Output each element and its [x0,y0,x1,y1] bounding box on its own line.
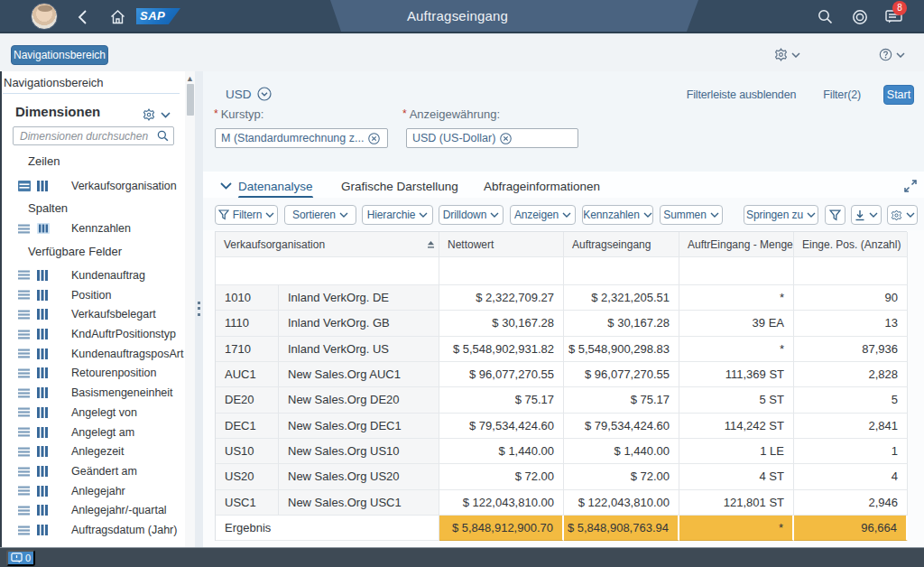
cell-code[interactable]: US10 [216,439,279,464]
splitter-grip-icon[interactable] [198,302,200,316]
start-button[interactable]: Start [883,85,914,105]
columns-icon[interactable] [37,329,48,339]
cell-nettowert[interactable]: $ 79,534,424.60 [439,414,564,439]
chevron-down-icon[interactable] [161,112,171,118]
dimension-item[interactable]: Kundenauftrag [0,265,185,285]
tab-grafische-darstellung[interactable]: Grafische Darstellung [341,175,458,197]
search-icon[interactable] [815,0,835,33]
dimension-item[interactable]: KundenauftragsposArt [0,344,185,364]
cell-auftragseingang[interactable]: $ 75.17 [564,387,679,413]
cell-anzahl[interactable]: 87,936 [794,337,908,362]
column-header-verkaufsorganisation[interactable]: Verkaufsorganisation [216,232,439,257]
cell-name[interactable]: Inland VerkOrg. DE [279,285,439,311]
drilldown-menu-button[interactable]: Drilldown [439,205,504,225]
cell-anzahl[interactable]: 13 [794,311,908,336]
column-header-anzahl[interactable]: Einge. Pos. (Anzahl) [794,232,908,257]
column-header-auftragseingang[interactable]: Auftragseingang [564,232,679,257]
settings-menu[interactable] [774,48,800,61]
table-row[interactable]: 1010 Inland VerkOrg. DE $ 2,322,709.27 $… [216,285,908,311]
cell-name[interactable]: Inland VerkOrg. US [279,337,439,362]
column-header-menge[interactable]: AuftrEingang - Menge [679,232,794,257]
columns-icon[interactable] [37,290,48,301]
tab-datenanalyse[interactable]: Datenanalyse [220,175,313,197]
cell-name[interactable]: New Sales.Org AUC1 [279,362,439,387]
anzeigewaehrung-input[interactable]: USD (US-Dollar) [406,128,578,148]
cell-menge[interactable]: 5 ST [679,387,794,413]
cell-menge[interactable]: 114,242 ST [679,414,794,439]
display-menu-button[interactable]: Anzeigen [510,205,576,225]
clear-token-icon[interactable] [368,133,380,144]
cell-auftragseingang[interactable]: $ 122,043,810.00 [564,490,679,516]
cell-code[interactable]: 1110 [216,311,279,336]
dimension-item[interactable]: Angelegt von [0,403,185,423]
cell-name[interactable]: New Sales.Org DE20 [279,387,439,413]
columns-icon[interactable] [37,270,48,281]
sort-menu-button[interactable]: Sortieren [284,205,356,225]
cell-nettowert[interactable]: $ 2,322,709.27 [439,285,564,311]
cell-auftragseingang[interactable]: $ 2,321,205.51 [564,285,679,311]
rows-icon[interactable] [18,270,30,280]
cell-menge[interactable]: 111,369 ST [679,362,794,387]
columns-icon[interactable] [37,505,48,516]
filter-menu-button[interactable]: Filtern [215,205,278,225]
cell-code[interactable]: AUC1 [216,362,279,387]
table-row[interactable]: 1110 Inland VerkOrg. GB $ 30,167.28 $ 30… [216,311,908,336]
cell-name[interactable]: Inland VerkOrg. GB [279,311,439,336]
cell-name[interactable]: New Sales.Org US20 [279,464,439,489]
dimension-item[interactable]: Verkaufsbelegart [0,304,185,324]
chevron-down-icon[interactable] [220,182,232,190]
totals-menu-button[interactable]: Summen [660,205,723,225]
help-menu[interactable] [879,48,905,61]
dimension-settings-icon[interactable] [143,108,155,121]
panel-splitter[interactable] [195,71,203,547]
dimension-item[interactable]: Angelegt am [0,423,185,442]
dimension-item-kennzahlen[interactable]: Kennzahlen [0,218,185,238]
table-row[interactable]: DEC1 New Sales.Org DEC1 $ 79,534,424.60 … [216,414,908,439]
variant-selector[interactable]: USD [226,87,272,101]
columns-icon[interactable] [37,427,48,438]
measures-menu-button[interactable]: Kennzahlen [582,205,653,225]
cell-code[interactable]: US20 [216,464,279,489]
settings-button[interactable] [887,205,918,225]
columns-icon[interactable] [37,181,48,191]
rows-icon[interactable] [18,224,30,234]
columns-icon[interactable] [37,407,48,418]
cell-anzahl[interactable]: 2,841 [794,414,908,439]
columns-icon[interactable] [37,309,48,320]
table-row[interactable]: AUC1 New Sales.Org AUC1 $ 96,077,270.55 … [216,362,908,387]
cell-menge[interactable]: 121,801 ST [679,490,794,516]
column-header-nettowert[interactable]: Nettowert [439,232,564,257]
cell-auftragseingang[interactable]: $ 96,077,270.55 [564,362,679,387]
cell-nettowert[interactable]: $ 5,548,902,931.82 [439,337,564,362]
scroll-up-icon[interactable]: ▲ [185,74,195,84]
back-icon[interactable] [74,0,90,33]
cell-nettowert[interactable]: $ 122,043,810.00 [439,490,564,516]
filters-link[interactable]: Filter(2) [823,88,861,101]
rows-icon[interactable] [18,506,30,516]
columns-icon[interactable] [37,387,48,398]
hierarchy-menu-button[interactable]: Hierarchie [362,205,433,225]
cell-anzahl[interactable]: 90 [794,285,908,311]
rows-icon[interactable] [18,486,30,496]
cell-code[interactable]: 1710 [216,337,279,362]
dimension-item[interactable]: Retourenposition [0,364,185,384]
dimension-item-verkaufsorganisation[interactable]: Verkaufsorganisation [0,176,185,196]
rows-icon[interactable] [18,525,30,535]
cell-code[interactable]: 1010 [216,285,279,311]
cell-nettowert[interactable]: $ 96,077,270.55 [439,362,564,387]
cell-menge[interactable]: 4 ST [679,464,794,489]
expand-icon[interactable] [904,180,917,192]
dimension-item[interactable]: Auftragsdatum (Jahr) [0,520,185,540]
table-row[interactable]: DE20 New Sales.Org DE20 $ 75.17 $ 75.17 … [216,387,908,413]
columns-icon[interactable] [37,466,48,477]
copilot-icon[interactable] [850,0,870,33]
dimension-item[interactable]: Anlegejahr/-quartal [0,501,185,521]
columns-icon[interactable] [37,525,48,535]
cell-nettowert[interactable]: $ 1,440.00 [439,439,564,464]
cell-code[interactable]: USC1 [216,490,279,516]
cell-menge[interactable]: * [679,285,794,311]
cell-anzahl[interactable]: 1 [794,439,908,464]
cell-auftragseingang[interactable]: $ 5,548,900,298.83 [564,337,679,362]
cell-nettowert[interactable]: $ 30,167.28 [439,311,564,336]
rows-assigned-icon[interactable] [18,181,31,191]
